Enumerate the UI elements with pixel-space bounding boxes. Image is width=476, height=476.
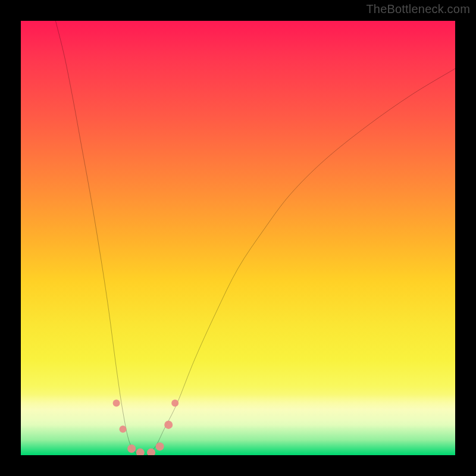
curve-group	[55, 21, 455, 455]
curve-markers	[113, 399, 179, 455]
marker-valley-mid-1	[136, 449, 145, 455]
marker-left-upper-hint	[113, 399, 120, 406]
marker-valley-left	[127, 444, 136, 453]
marker-valley-right	[156, 442, 164, 450]
watermark-text: TheBottleneck.com	[366, 2, 470, 16]
marker-left-mid-hint	[120, 425, 127, 433]
chart-svg	[21, 21, 455, 455]
marker-right-upper-hint	[171, 399, 178, 406]
marker-valley-mid-2	[147, 449, 155, 455]
outer-frame: TheBottleneck.com	[0, 0, 476, 476]
plot-area	[21, 21, 455, 455]
marker-right-mid-hint	[164, 421, 173, 429]
bottleneck-curve	[55, 21, 455, 455]
